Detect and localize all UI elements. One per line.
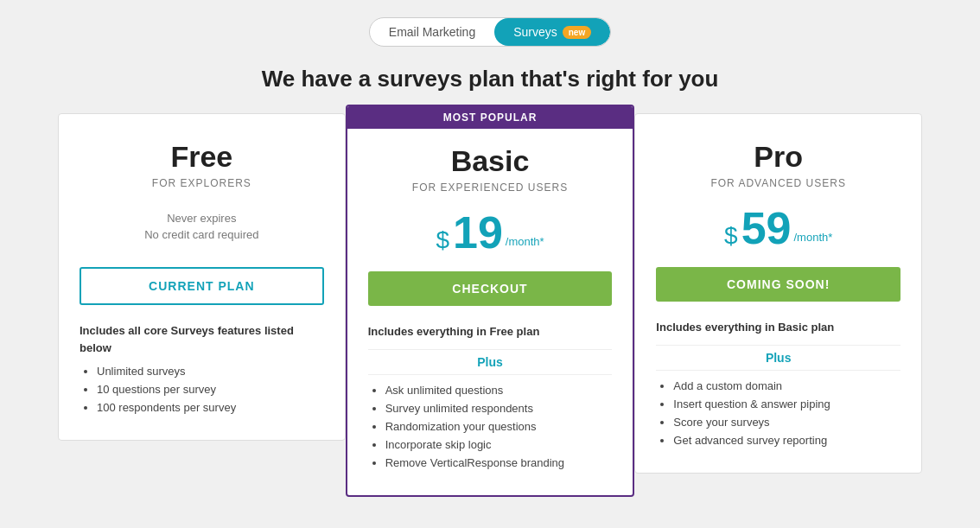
plan-card-pro: ProFOR ADVANCED USERS $ 59 /month* COMIN… (634, 113, 922, 474)
cta-button-basic[interactable]: CHECKOUT (368, 271, 613, 306)
most-popular-banner: MOST POPULAR (347, 106, 633, 129)
plan-subtitle-pro: FOR ADVANCED USERS (656, 177, 900, 189)
tab-surveys[interactable]: Surveys new (494, 18, 610, 46)
plus-feature-item: Ask unlimited questions (385, 384, 613, 397)
plus-divider-pro: Plus (656, 345, 900, 371)
tab-email-marketing[interactable]: Email Marketing (370, 18, 494, 46)
plus-feature-item: Survey unlimited respondents (385, 402, 613, 415)
plan-title-free: Free (80, 140, 324, 174)
price-symbol-basic: $ (436, 226, 449, 254)
plan-price-free: Never expires No credit card required (80, 205, 324, 251)
plan-title-pro: Pro (656, 140, 900, 174)
plus-features-list-basic: Ask unlimited questionsSurvey unlimited … (368, 384, 613, 469)
plus-feature-item: Add a custom domain (673, 379, 900, 392)
price-amount-pro: 59 (741, 206, 792, 251)
never-expires-line2: No credit card required (144, 228, 258, 241)
plus-feature-item: Score your surveys (673, 416, 900, 429)
features-list-free: Unlimited surveys10 questions per survey… (80, 365, 324, 414)
tab-surveys-label: Surveys (513, 25, 557, 39)
price-per-month-pro: /month* (793, 231, 832, 244)
plans-container: FreeFOR EXPLORERS Never expires No credi… (58, 113, 922, 497)
features-intro-free: Includes all core Surveys features liste… (80, 322, 324, 356)
feature-item: 10 questions per survey (97, 383, 324, 396)
plus-feature-item: Remove VerticalResponse branding (385, 456, 613, 469)
plan-card-free: FreeFOR EXPLORERS Never expires No credi… (58, 113, 346, 441)
plan-title-basic: Basic (368, 144, 613, 178)
plan-price-pro: $ 59 /month* (656, 205, 900, 251)
plus-feature-item: Incorporate skip logic (385, 438, 613, 451)
cta-button-free[interactable]: CURRENT PLAN (80, 267, 324, 305)
price-symbol-pro: $ (724, 222, 738, 250)
plan-price-basic: $ 19 /month* (368, 209, 613, 256)
feature-item: Unlimited surveys (97, 365, 324, 378)
cta-button-pro[interactable]: COMING SOON! (656, 267, 900, 302)
page-headline: We have a surveys plan that's right for … (262, 66, 719, 92)
never-expires-line1: Never expires (167, 212, 236, 225)
plus-divider-basic: Plus (368, 349, 613, 375)
surveys-badge: new (563, 26, 591, 39)
tab-email-label: Email Marketing (389, 25, 475, 39)
plan-card-basic: MOST POPULARBasicFOR EXPERIENCED USERS $… (346, 105, 635, 497)
plan-subtitle-basic: FOR EXPERIENCED USERS (368, 181, 613, 194)
plus-features-list-pro: Add a custom domainInsert question & ans… (656, 379, 900, 447)
feature-item: 100 respondents per survey (97, 401, 324, 414)
plan-subtitle-free: FOR EXPLORERS (80, 177, 324, 189)
price-per-month-basic: /month* (506, 235, 544, 248)
price-amount-basic: 19 (453, 210, 503, 255)
features-intro-basic: Includes everything in Free plan (368, 323, 613, 340)
tab-switcher: Email Marketing Surveys new (369, 17, 611, 47)
plus-feature-item: Randomization your questions (385, 420, 613, 433)
plus-feature-item: Insert question & answer piping (673, 398, 900, 410)
features-intro-pro: Includes everything in Basic plan (656, 319, 900, 336)
plus-feature-item: Get advanced survey reporting (673, 434, 900, 447)
